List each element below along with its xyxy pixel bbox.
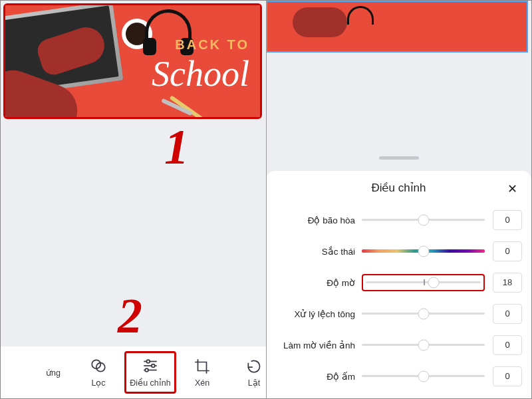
slider-track	[366, 281, 481, 283]
slider[interactable]	[362, 336, 485, 354]
headphones-graphic	[347, 6, 374, 25]
slider-track	[362, 219, 485, 221]
slider[interactable]	[362, 368, 485, 385]
tool-label: ứng	[46, 368, 61, 378]
slider-thumb[interactable]	[418, 308, 429, 319]
annotation-2: 2	[118, 288, 142, 344]
panel-title: Điều chỉnh	[371, 181, 426, 195]
slider-label: Xử lý lệch tông	[275, 309, 362, 319]
slider-track	[362, 313, 485, 315]
slider-thumb[interactable]	[418, 370, 429, 382]
slider-value[interactable]: 0	[493, 241, 522, 261]
canvas-text-school: School	[152, 53, 249, 94]
tool-adjust[interactable]: Điều chỉnh	[124, 351, 176, 394]
slider-thumb[interactable]	[418, 214, 429, 225]
app-root: BACK TO School 1 2 + ứng Lọc Điều chỉnh	[0, 0, 532, 399]
slider-label: Độ bão hòa	[275, 215, 362, 225]
pane-divider	[266, 1, 267, 398]
slider-label: Độ mờ	[275, 277, 362, 288]
left-pane: BACK TO School 1 2 + ứng Lọc Điều chỉnh	[1, 1, 266, 398]
slider-value[interactable]: 18	[493, 273, 522, 293]
slider-label: Độ ấm	[275, 371, 362, 382]
canvas-area	[266, 1, 531, 166]
slider-row: Độ mờ18	[275, 267, 522, 298]
tool-label: Lật	[248, 378, 260, 388]
slider[interactable]	[362, 243, 485, 260]
sheet-handle[interactable]	[379, 156, 419, 160]
tool-crop[interactable]: Xén	[176, 351, 228, 394]
close-icon: ✕	[507, 182, 517, 196]
scene: BACK TO School	[5, 5, 260, 117]
slider-label: Sắc thái	[275, 246, 362, 257]
adjust-panel: Điều chỉnh ✕ 3 Độ bão hòa0Sắc thái0Độ mờ…	[266, 171, 531, 398]
flip-icon	[245, 357, 263, 374]
tool-label: Xén	[195, 378, 209, 388]
slider-row: Độ bão hòa0	[275, 204, 522, 235]
slider-value[interactable]: 0	[493, 366, 522, 386]
slider-value[interactable]: 0	[493, 304, 522, 324]
canvas-image[interactable]: BACK TO School	[3, 3, 262, 119]
panel-header: Điều chỉnh ✕	[266, 171, 531, 204]
right-pane: Điều chỉnh ✕ 3 Độ bão hòa0Sắc thái0Độ mờ…	[266, 1, 531, 398]
slider-thumb[interactable]	[418, 339, 429, 350]
slider-track	[362, 249, 485, 253]
filter-icon	[90, 357, 107, 374]
canvas-preview[interactable]	[266, 1, 528, 53]
slider[interactable]	[362, 211, 485, 229]
slider-row: Làm mờ viền ảnh0	[275, 329, 522, 360]
close-button[interactable]: ✕	[503, 180, 521, 198]
canvas-text-back: BACK TO	[175, 37, 249, 53]
adjust-icon	[142, 357, 159, 374]
crop-icon	[194, 358, 211, 375]
slider-row: Sắc thái0	[275, 235, 522, 267]
tool-filter[interactable]: Lọc	[72, 351, 124, 394]
tool-label: Lọc	[91, 378, 105, 388]
slider-row: Xử lý lệch tông0	[275, 298, 522, 329]
slider-track	[362, 344, 485, 346]
slider-value[interactable]: 0	[493, 210, 522, 230]
svg-point-7	[145, 368, 148, 372]
slider-thumb[interactable]	[428, 277, 440, 288]
svg-point-3	[146, 360, 150, 363]
bottom-toolbar: ứng Lọc Điều chỉnh Xén Lật	[1, 346, 266, 398]
svg-point-5	[152, 364, 155, 368]
slider-center-tick	[424, 279, 425, 285]
slider-row: Độ ấm0	[275, 360, 522, 392]
slider-thumb[interactable]	[418, 245, 429, 257]
tool-label: Điều chỉnh	[130, 378, 170, 388]
tool-list: ứng Lọc Điều chỉnh Xén Lật	[46, 351, 266, 394]
tool-effects[interactable]: ứng	[46, 351, 72, 394]
slider-rows: Độ bão hòa0Sắc thái0Độ mờ18Xử lý lệch tô…	[266, 204, 531, 392]
tool-flip[interactable]: Lật	[228, 351, 266, 394]
slider[interactable]	[362, 274, 485, 291]
slider-track	[362, 375, 485, 377]
slider[interactable]	[362, 305, 485, 323]
arm-graphic	[293, 7, 347, 37]
annotation-1: 1	[164, 119, 189, 176]
slider-label: Làm mờ viền ảnh	[275, 340, 362, 350]
slider-value[interactable]: 0	[493, 335, 522, 355]
